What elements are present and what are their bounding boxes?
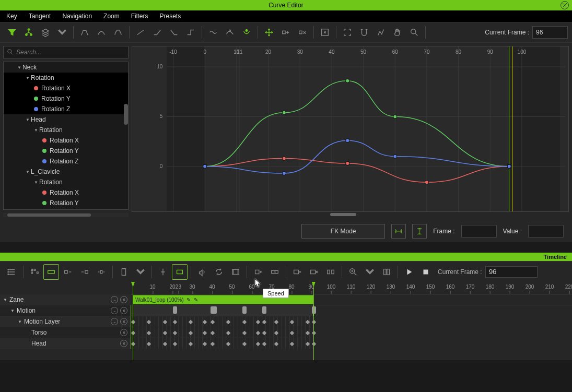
clipboard-dropdown[interactable] bbox=[133, 264, 148, 280]
tree-vscroll-thumb[interactable] bbox=[124, 104, 128, 125]
sync-button[interactable] bbox=[211, 264, 227, 280]
tool-dropdown-button[interactable] bbox=[54, 25, 70, 40]
track-lane[interactable] bbox=[131, 327, 313, 338]
tree-row[interactable]: Rotation Y bbox=[4, 146, 128, 156]
track-delete-icon[interactable]: ✕ bbox=[120, 307, 127, 314]
clip-edit-icon[interactable]: ✎ bbox=[194, 297, 198, 303]
tree-caret-icon[interactable]: ▼ bbox=[34, 180, 39, 185]
normalize-button[interactable] bbox=[373, 25, 389, 40]
tangent-clamped-button[interactable] bbox=[110, 25, 126, 40]
curve-graph[interactable]: -100102030405060708090100110510 bbox=[132, 46, 569, 212]
frame-all-button[interactable] bbox=[317, 25, 333, 40]
tree-row[interactable]: ▼Rotation bbox=[4, 177, 128, 187]
dopesheet-button[interactable] bbox=[27, 264, 42, 280]
track-lane[interactable] bbox=[131, 338, 313, 349]
tangent-flat-button[interactable] bbox=[205, 25, 221, 40]
expand-horizontal-button[interactable] bbox=[391, 224, 406, 239]
tree-row[interactable]: Rotation Y bbox=[4, 198, 128, 208]
tangent-fixed-button[interactable] bbox=[222, 25, 238, 40]
track-header[interactable]: ▼Zane⌄✕ bbox=[0, 294, 131, 305]
graph-hscroll-thumb[interactable] bbox=[330, 213, 356, 216]
track-lane[interactable] bbox=[131, 305, 313, 316]
tree-row[interactable]: ▼L_Clavicle bbox=[4, 167, 128, 177]
filter-icon-button[interactable] bbox=[4, 25, 20, 40]
tree-caret-icon[interactable]: ▼ bbox=[26, 117, 31, 122]
search-input[interactable] bbox=[16, 49, 125, 56]
track-delete-icon[interactable]: ✕ bbox=[120, 340, 127, 347]
menu-presets[interactable]: Presets bbox=[159, 13, 181, 20]
tree-row[interactable]: ▼Rotation bbox=[4, 73, 128, 83]
close-button[interactable] bbox=[561, 1, 569, 9]
tree-row[interactable]: ▼Head bbox=[4, 114, 128, 125]
track-lane[interactable] bbox=[131, 316, 313, 327]
keyframe[interactable] bbox=[242, 306, 247, 314]
keyframe[interactable] bbox=[312, 306, 316, 314]
clipboard-button[interactable] bbox=[116, 264, 132, 280]
track-delete-icon[interactable]: ✕ bbox=[120, 329, 127, 336]
value-input[interactable] bbox=[528, 225, 564, 237]
current-frame-input[interactable] bbox=[532, 26, 568, 39]
snap-button[interactable] bbox=[356, 25, 372, 40]
remove-track-button[interactable] bbox=[306, 264, 322, 280]
tangent-in-button[interactable] bbox=[149, 25, 165, 40]
track-header[interactable]: Head✕ bbox=[0, 338, 131, 349]
loop-in-button[interactable] bbox=[250, 264, 266, 280]
tree-row[interactable]: ▼Rotation bbox=[4, 125, 128, 135]
stop-button[interactable] bbox=[418, 264, 434, 280]
pan-button[interactable] bbox=[390, 25, 405, 40]
tree-hscroll[interactable] bbox=[3, 213, 129, 217]
tree-caret-icon[interactable]: ▼ bbox=[17, 65, 22, 70]
track-visibility-icon[interactable]: ⌄ bbox=[111, 318, 118, 325]
menu-zoom[interactable]: Zoom bbox=[103, 13, 120, 20]
keyframe[interactable] bbox=[213, 306, 217, 314]
fit-button[interactable] bbox=[379, 264, 394, 280]
graph-hscroll[interactable] bbox=[132, 212, 569, 217]
tree-caret-icon[interactable]: ▼ bbox=[26, 170, 31, 174]
menu-key[interactable]: Key bbox=[6, 13, 17, 20]
clip-edit-icon[interactable]: ✎ bbox=[186, 297, 191, 303]
tree-row[interactable]: Rotation Y bbox=[4, 93, 128, 104]
zoom-button[interactable] bbox=[406, 25, 422, 40]
track-header[interactable]: ▼Motion Layer⌄✕ bbox=[0, 316, 131, 327]
track-caret-icon[interactable]: ▼ bbox=[3, 298, 7, 302]
track-lane[interactable]: Walk01_loop (100%)✎✎ bbox=[131, 294, 572, 305]
snap-ripple-left-button[interactable] bbox=[77, 264, 92, 280]
tree-hscroll-thumb[interactable] bbox=[7, 213, 91, 217]
hierarchy-tree[interactable]: ▼Neck▼RotationRotation XRotation YRotati… bbox=[3, 62, 129, 210]
tangent-linear-button[interactable] bbox=[133, 25, 148, 40]
audio-button[interactable] bbox=[194, 264, 210, 280]
tangent-weighted-button[interactable] bbox=[239, 25, 254, 40]
tangent-spline-button[interactable] bbox=[94, 25, 109, 40]
video-button[interactable] bbox=[228, 264, 243, 280]
add-key-button[interactable] bbox=[278, 25, 294, 40]
snap-ripple-button[interactable] bbox=[60, 264, 76, 280]
timeline-frame-input[interactable] bbox=[485, 266, 538, 278]
tangent-auto-button[interactable] bbox=[77, 25, 92, 40]
menu-tangent[interactable]: Tangent bbox=[29, 13, 51, 20]
track-header[interactable]: ▼Motion⌄✕ bbox=[0, 305, 131, 316]
track-header[interactable]: Torso✕ bbox=[0, 327, 131, 338]
tree-row[interactable]: Rotation X bbox=[4, 187, 128, 198]
zoom-timeline-button[interactable] bbox=[345, 264, 361, 280]
expand-vertical-button[interactable] bbox=[412, 224, 427, 239]
snap-ripple-both-button[interactable] bbox=[94, 264, 109, 280]
marker-button[interactable] bbox=[323, 264, 338, 280]
frame-input[interactable] bbox=[461, 225, 497, 237]
tangent-out-button[interactable] bbox=[166, 25, 182, 40]
tangent-step-button[interactable] bbox=[183, 25, 199, 40]
slice-button[interactable] bbox=[155, 264, 171, 280]
track-caret-icon[interactable]: ▼ bbox=[3, 319, 22, 324]
track-visibility-icon[interactable]: ⌄ bbox=[111, 296, 118, 303]
ripple-button[interactable] bbox=[43, 264, 59, 280]
list-button[interactable] bbox=[4, 264, 20, 280]
range-button[interactable] bbox=[172, 264, 188, 280]
tree-row[interactable]: Rotation X bbox=[4, 135, 128, 146]
play-button[interactable] bbox=[401, 264, 417, 280]
tree-row[interactable]: Rotation Z bbox=[4, 156, 128, 167]
add-track-button[interactable] bbox=[289, 264, 305, 280]
timeline-start-marker[interactable] bbox=[133, 282, 133, 360]
track-caret-icon[interactable]: ▼ bbox=[3, 308, 15, 313]
menu-navigation[interactable]: Navigation bbox=[62, 13, 92, 20]
frame-selection-button[interactable] bbox=[340, 25, 355, 40]
fk-mode-button[interactable]: FK Mode bbox=[301, 224, 385, 239]
